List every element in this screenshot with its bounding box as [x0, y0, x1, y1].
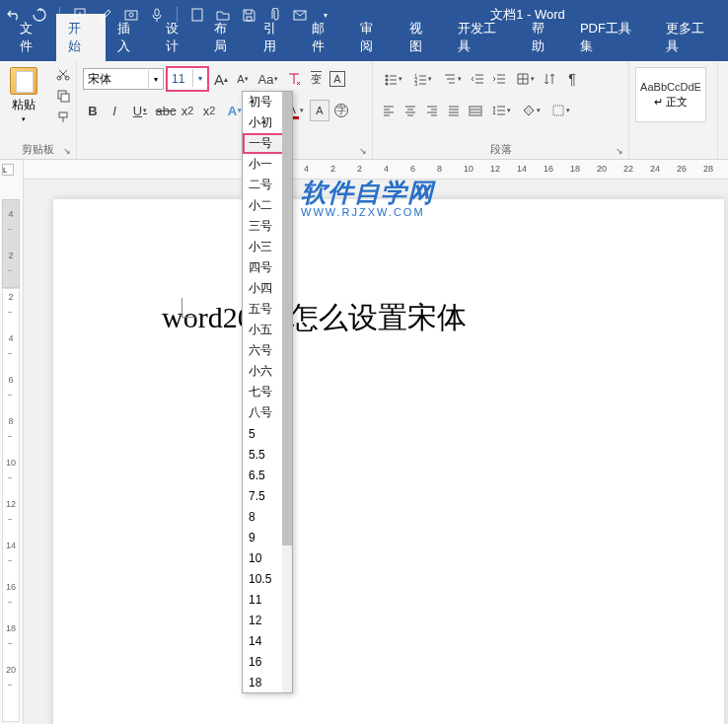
paste-button[interactable]: 粘贴 ▾	[6, 65, 41, 124]
font-launcher[interactable]: ↘	[359, 146, 369, 156]
mail-icon[interactable]	[292, 7, 308, 23]
screenshot-icon[interactable]	[123, 7, 139, 23]
font-size-dropdown: 初号小初一号小一二号小二三号小三四号小四五号小五六号小六七号八号55.56.57…	[242, 91, 293, 693]
multilevel-list-button[interactable]: ▾	[438, 68, 466, 90]
asian-layout-button[interactable]: ▾	[511, 68, 539, 90]
enclose-char-button[interactable]: 字	[331, 100, 351, 121]
cursor-indicator	[182, 298, 195, 318]
ruler-tick: 4	[4, 209, 18, 219]
bold-button[interactable]: B	[83, 100, 103, 121]
open-icon[interactable]	[215, 7, 231, 23]
char-border-button[interactable]: A	[328, 68, 347, 90]
svg-rect-4	[192, 9, 202, 21]
tab-help[interactable]: 帮助	[520, 14, 568, 61]
clear-formatting-button[interactable]	[284, 68, 304, 90]
ruler-tick: 2	[357, 164, 362, 174]
borders-button[interactable]: ▾	[546, 100, 574, 121]
shading-button[interactable]: ▾	[517, 100, 545, 121]
underline-button[interactable]: U▾	[126, 100, 154, 121]
justify-button[interactable]	[444, 100, 464, 121]
font-name-value: 宋体	[88, 71, 111, 88]
chevron-down-icon[interactable]: ▾	[192, 69, 206, 87]
strikethrough-button[interactable]: abc	[156, 100, 176, 121]
ruler-tick: 4	[304, 164, 309, 174]
ruler-tick: 12	[490, 164, 500, 174]
numbering-button[interactable]: 123▾	[408, 68, 436, 90]
style-name: ↵ 正文	[654, 95, 688, 109]
ruler-tick: 2	[330, 164, 335, 174]
italic-button[interactable]: I	[105, 100, 124, 121]
edit-icon[interactable]	[98, 7, 113, 23]
font-size-combo[interactable]: 11 ▾	[166, 66, 209, 92]
align-right-button[interactable]	[422, 100, 442, 121]
change-case-button[interactable]: Aa▾	[255, 68, 282, 90]
tab-view[interactable]: 视图	[398, 14, 446, 61]
clipboard-group: 粘贴 ▾ 剪贴板 ↘	[0, 61, 77, 159]
distributed-button[interactable]	[466, 100, 485, 121]
new-doc-icon[interactable]	[72, 7, 88, 23]
line-spacing-button[interactable]: ▾	[487, 100, 515, 121]
page[interactable]: word2019 怎么设置宋体	[53, 199, 724, 724]
paste-label: 粘贴	[12, 97, 36, 113]
increase-indent-button[interactable]	[489, 68, 509, 90]
style-normal[interactable]: AaBbCcDdE ↵ 正文	[635, 67, 706, 122]
ruler-tick: 14	[517, 164, 527, 174]
ruler-tick: 22	[623, 164, 633, 174]
clipboard-launcher[interactable]: ↘	[63, 146, 73, 156]
styles-group: AaBbCcDdE ↵ 正文	[629, 61, 718, 159]
decrease-indent-button[interactable]	[468, 68, 487, 90]
ruler-tick: 4	[4, 333, 18, 343]
grow-font-button[interactable]: A▴	[211, 68, 231, 90]
blank-doc-icon[interactable]	[189, 7, 205, 23]
show-marks-button[interactable]: ¶	[562, 68, 582, 90]
tab-developer[interactable]: 开发工具	[446, 14, 520, 61]
copy-icon[interactable]	[54, 87, 72, 105]
align-center-button[interactable]	[400, 100, 420, 121]
ruler-tick: 6	[410, 164, 415, 174]
sort-button[interactable]	[541, 68, 560, 90]
format-painter-icon[interactable]	[54, 109, 72, 126]
chevron-down-icon[interactable]: ▾	[148, 70, 162, 88]
document-text[interactable]: word2019 怎么设置宋体	[162, 298, 616, 338]
superscript-button[interactable]: x2	[199, 100, 219, 121]
phonetic-guide-button[interactable]: 变	[306, 68, 326, 90]
ruler-tick: 12	[4, 499, 18, 509]
attach-icon[interactable]	[266, 7, 282, 23]
tab-review[interactable]: 审阅	[348, 14, 397, 61]
shrink-font-button[interactable]: A▾	[233, 68, 253, 90]
ruler-tick: 14	[4, 541, 18, 550]
undo-icon[interactable]	[6, 7, 22, 23]
svg-rect-3	[155, 9, 159, 16]
paragraph-group: ▾ 123▾ ▾ ▾ ¶ ▾ ▾ ▾ 段落 ↘	[373, 61, 629, 159]
mic-icon[interactable]	[149, 7, 165, 23]
ruler-tick: 18	[570, 164, 580, 174]
align-left-button[interactable]	[379, 100, 399, 121]
scrollbar-thumb[interactable]	[282, 92, 292, 545]
qat-more-icon[interactable]: ▾	[318, 7, 333, 23]
svg-text:3: 3	[414, 81, 418, 86]
save-icon[interactable]	[241, 7, 256, 23]
tab-pdf[interactable]: PDF工具集	[568, 14, 654, 61]
vertical-ruler: L 422468101214161820	[0, 160, 24, 724]
subscript-button[interactable]: x2	[178, 100, 197, 121]
font-group: 宋体 ▾ 11 ▾ A▴ A▾ Aa▾ 变 A B I U▾ abc x2 x2…	[77, 61, 373, 159]
ruler-tick: 20	[597, 164, 607, 174]
ruler-tick: 8	[437, 164, 442, 174]
char-shading-button[interactable]: A	[310, 100, 329, 121]
svg-point-13	[385, 83, 388, 86]
redo-icon[interactable]	[32, 7, 47, 23]
ruler-tick: 10	[464, 164, 473, 174]
font-size-value: 11	[172, 72, 184, 86]
font-name-combo[interactable]: 宋体 ▾	[83, 68, 164, 90]
paragraph-launcher[interactable]: ↘	[616, 146, 625, 156]
tab-selector[interactable]: L	[2, 164, 14, 176]
cut-icon[interactable]	[54, 65, 72, 83]
bullets-button[interactable]: ▾	[379, 68, 406, 90]
ribbon-tabs: 文件 开始 插入 设计 布局 引用 邮件 审阅 视图 开发工具 帮助 PDF工具…	[0, 30, 728, 61]
svg-rect-17	[553, 106, 563, 115]
svg-rect-9	[61, 94, 69, 102]
tab-more[interactable]: 更多工具	[654, 14, 728, 61]
ruler-tick: 2	[4, 251, 18, 260]
horizontal-ruler: 8642246810121416182022242628	[24, 160, 728, 180]
ruler-tick: 18	[4, 623, 18, 633]
